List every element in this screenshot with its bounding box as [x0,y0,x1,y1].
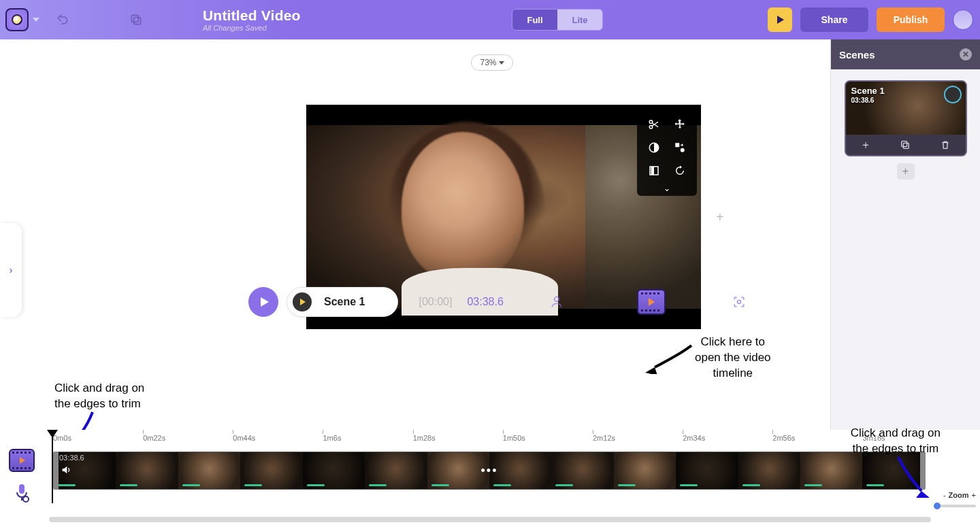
trim-handle-left[interactable] [53,452,59,490]
ruler-tick: 0m44s [233,434,255,442]
ruler-tick: 2m56s [772,434,795,442]
replace-icon[interactable] [673,141,687,154]
timeline-zoom-control[interactable]: - Zoom + [943,491,976,499]
svg-rect-1 [134,18,141,24]
clip-more-icon[interactable]: ••• [481,464,498,478]
svg-rect-0 [131,15,138,22]
timeline-clip[interactable]: 03:38.6 ••• [53,452,926,490]
scenes-panel-title: Scenes [839,49,875,61]
timeline-ruler[interactable]: 0m0s0m22s0m44s1m6s1m28s1m50s2m12s2m34s2m… [53,434,926,447]
scenes-panel: Scenes ✕ Scene 1 03:38.6 ＋ + [830,39,980,430]
share-button[interactable]: Share [800,7,868,32]
timeline-video-track-icon[interactable] [9,449,35,472]
crop-icon[interactable] [647,164,661,177]
chevron-right-icon: › [10,265,13,275]
scene-selector[interactable]: Scene 1 [287,287,398,317]
timeline-zoom-slider[interactable] [934,505,976,507]
play-all-button[interactable] [248,287,278,317]
duplicate-scene-icon[interactable] [900,139,911,150]
rotate-icon[interactable] [673,164,687,177]
ruler-tick: 0m0s [53,434,71,442]
copy-icon[interactable] [129,13,143,27]
svg-point-6 [681,148,685,152]
cut-icon[interactable] [647,118,661,131]
app-logo[interactable] [5,8,29,31]
helper-avatar-icon[interactable] [953,10,973,30]
scene-card-time: 03:38.6 [851,97,885,105]
add-inside-scene-icon[interactable]: ＋ [860,138,871,152]
svg-rect-5 [675,143,679,147]
scene-label: Scene 1 [317,296,397,308]
ruler-tick: 0m22s [143,434,165,442]
timeline-scrollbar[interactable] [49,517,931,522]
element-tool-panel: ⌄ [637,109,697,196]
close-panel-button[interactable]: ✕ [960,48,972,61]
svg-rect-7 [651,167,655,175]
ruler-tick: 1m6s [323,434,341,442]
svg-point-9 [554,297,559,302]
scene-card[interactable]: Scene 1 03:38.6 ＋ [845,80,967,156]
volume-icon[interactable] [61,464,71,475]
ruler-tick: 2m12s [593,434,615,442]
time-total: 03:38.6 [467,296,503,308]
trim-handle-right[interactable] [920,452,926,490]
svg-rect-13 [19,484,24,494]
svg-rect-12 [904,143,909,148]
svg-rect-11 [902,141,907,147]
editor-mode-toggle[interactable]: Full Lite [512,9,603,31]
playback-controls: Scene 1 [00:00] 03:38.6 [0,282,823,322]
video-timeline-button[interactable] [637,289,666,315]
clip-duration-badge: 03:38.6 [59,454,84,462]
canvas-zoom-select[interactable]: 73% [471,54,513,71]
caret-down-icon [499,61,504,65]
undo-icon[interactable] [56,13,69,27]
time-current: [00:00] [419,296,452,308]
mode-full[interactable]: Full [512,10,557,30]
focus-icon[interactable] [732,295,746,309]
publish-button[interactable]: Publish [877,7,945,32]
expand-tools-icon[interactable]: ⌄ [664,184,670,193]
adjust-icon[interactable] [647,141,661,154]
add-element-button[interactable]: + [716,209,724,225]
ruler-tick: 2m34s [683,434,705,442]
logo-menu-caret[interactable] [33,18,39,22]
video-title[interactable]: Untitled Video [203,7,301,24]
scene-play-button[interactable] [287,287,317,317]
canvas-zoom-value: 73% [480,58,496,67]
zoom-plus[interactable]: + [972,491,976,499]
move-icon[interactable] [673,118,687,131]
preview-play-button[interactable] [768,7,792,32]
character-icon[interactable] [550,294,564,309]
save-status: All Changes Saved [203,24,301,32]
scene-card-title: Scene 1 [851,86,885,96]
ruler-tick: 1m50s [503,434,525,442]
mode-lite[interactable]: Lite [557,10,602,30]
add-scene-button[interactable]: + [897,163,915,180]
annotation-trim-left: Click and drag on the edges to trim [54,381,144,412]
timeline: 0m0s0m22s0m44s1m6s1m28s1m50s2m12s2m34s2m… [0,430,980,525]
svg-point-14 [23,496,29,502]
ruler-tick: 1m28s [413,434,436,442]
annotation-arrow-timeline [644,341,694,374]
annotation-trim-right: Click and drag on the edges to trim [851,426,941,457]
annotation-open-timeline: Click here to open the video timeline [695,335,771,382]
zoom-label: Zoom [949,491,969,499]
zoom-minus[interactable]: - [943,491,946,499]
svg-point-10 [737,301,740,304]
microphone-icon[interactable] [14,483,30,503]
delete-scene-icon[interactable] [940,139,951,150]
